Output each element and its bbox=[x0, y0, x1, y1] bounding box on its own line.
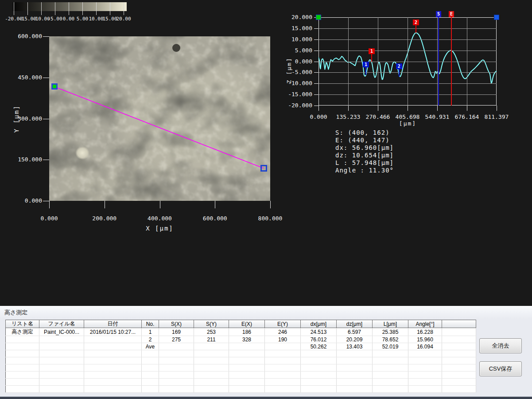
table-cell bbox=[337, 386, 373, 393]
cursor-line-s[interactable] bbox=[438, 17, 439, 106]
column-header[interactable]: Angle[°] bbox=[408, 320, 442, 328]
column-header[interactable]: 日付 bbox=[84, 320, 142, 328]
table-cell bbox=[265, 386, 301, 393]
table-cell bbox=[84, 350, 142, 357]
measure-flag-1[interactable]: 1 bbox=[369, 48, 375, 54]
table-cell bbox=[159, 343, 194, 350]
save-csv-button[interactable]: CSV保存 bbox=[479, 361, 522, 376]
table-cell bbox=[194, 386, 229, 393]
measure-flag-stem bbox=[399, 69, 400, 77]
chart-end-marker[interactable] bbox=[494, 15, 499, 20]
table-cell: 50.262 bbox=[301, 343, 337, 350]
column-header[interactable]: ファイル名 bbox=[39, 320, 84, 328]
clear-all-button[interactable]: 全消去 bbox=[479, 338, 522, 353]
image-x-tick-label: 200.000 bbox=[85, 215, 124, 222]
table-cell bbox=[84, 357, 142, 364]
colorbar-tick bbox=[55, 2, 55, 15]
column-header[interactable]: dx[μm] bbox=[301, 320, 337, 328]
readout-dz: dz: 10.654[μm] bbox=[335, 152, 394, 159]
table-cell: 275 bbox=[159, 336, 194, 343]
table-cell bbox=[301, 372, 337, 379]
table-cell bbox=[337, 350, 373, 357]
table-cell bbox=[142, 350, 159, 357]
table-cell bbox=[194, 357, 229, 364]
column-header[interactable]: E(Y) bbox=[265, 320, 301, 328]
column-header[interactable] bbox=[442, 320, 476, 328]
chart-gridline-h bbox=[318, 39, 497, 40]
table-cell: 186 bbox=[229, 328, 265, 336]
table-cell bbox=[229, 386, 265, 393]
table-cell bbox=[194, 379, 229, 386]
column-header[interactable]: S(X) bbox=[159, 320, 194, 328]
table-cell bbox=[265, 379, 301, 386]
table-cell bbox=[84, 336, 142, 343]
table-row[interactable]: 高さ測定Paint_IC-000...2016/01/15 10:27...11… bbox=[6, 328, 476, 336]
chart-gridline-h bbox=[318, 94, 497, 95]
colorbar-tick bbox=[96, 2, 97, 15]
table-row[interactable] bbox=[6, 350, 476, 357]
column-header[interactable]: E(X) bbox=[229, 320, 265, 328]
chart-x-tick bbox=[467, 106, 467, 111]
cursor-line-e[interactable] bbox=[451, 17, 452, 106]
table-row[interactable] bbox=[6, 379, 476, 386]
table-row[interactable] bbox=[6, 357, 476, 364]
column-header[interactable]: L[μm] bbox=[373, 320, 408, 328]
chart-start-marker[interactable] bbox=[316, 15, 321, 20]
table-row[interactable] bbox=[6, 372, 476, 379]
measurement-line-overlay bbox=[49, 36, 270, 201]
table-cell bbox=[142, 386, 159, 393]
column-header[interactable]: dz[μm] bbox=[337, 320, 373, 328]
column-header[interactable]: リスト名 bbox=[6, 320, 39, 328]
line-end-marker[interactable] bbox=[260, 165, 267, 172]
image-x-tick bbox=[270, 201, 271, 208]
table-cell bbox=[337, 379, 373, 386]
line-start-marker[interactable] bbox=[51, 83, 58, 90]
image-y-tick bbox=[43, 78, 49, 78]
chart-x-tick bbox=[497, 106, 497, 111]
chart-y-tick-label: 0.000 bbox=[277, 58, 312, 65]
chart-y-tick-label: -20.000 bbox=[277, 102, 312, 109]
table-cell bbox=[408, 350, 442, 357]
table-row[interactable]: 227521132819076.01220.20978.65215.960 bbox=[6, 336, 476, 343]
table-cell: 76.012 bbox=[301, 336, 337, 343]
table-cell bbox=[142, 364, 159, 372]
chart-x-tick bbox=[437, 106, 438, 111]
table-cell bbox=[373, 364, 408, 372]
column-header[interactable]: S(Y) bbox=[194, 320, 229, 328]
table-row[interactable]: Ave50.26213.40352.01916.094 bbox=[6, 343, 476, 350]
measure-flag-2[interactable]: 2 bbox=[413, 20, 419, 25]
table-cell bbox=[373, 386, 408, 393]
measurement-panel: 高さ測定 リスト名ファイル名日付No.S(X)S(Y)E(X)E(Y)dx[μm… bbox=[0, 306, 532, 399]
measurement-readout: S: (400, 162) E: (440, 147) dx: 56.960[μ… bbox=[335, 129, 394, 174]
table-cell bbox=[229, 364, 265, 372]
table-cell bbox=[84, 372, 142, 379]
chart-y-tick-label: -10.000 bbox=[277, 80, 312, 86]
table-cell bbox=[6, 357, 39, 364]
table-row[interactable] bbox=[6, 364, 476, 372]
table-cell bbox=[442, 357, 476, 364]
chart-y-tick-label: 15.000 bbox=[277, 25, 312, 31]
table-cell bbox=[39, 386, 84, 393]
table-cell: 253 bbox=[194, 328, 229, 336]
column-header[interactable]: No. bbox=[142, 320, 159, 328]
chart-gridline-h bbox=[318, 51, 497, 51]
table-cell bbox=[229, 357, 265, 364]
table-cell: 169 bbox=[159, 328, 194, 336]
measure-flag-1[interactable]: 1 bbox=[363, 62, 369, 67]
readout-s: S: (400, 162) bbox=[335, 129, 394, 137]
image-y-tick-label: 300.000 bbox=[6, 115, 42, 122]
cursor-flag-s[interactable]: S bbox=[436, 11, 441, 17]
table-cell bbox=[159, 386, 194, 393]
table-row[interactable] bbox=[6, 386, 476, 393]
measure-flag-2[interactable]: 2 bbox=[396, 63, 402, 69]
table-cell: 13.403 bbox=[337, 343, 373, 350]
image-x-tick-label: 400.000 bbox=[140, 215, 180, 222]
table-cell bbox=[39, 372, 84, 379]
table-cell: 328 bbox=[229, 336, 265, 343]
table-cell bbox=[159, 379, 194, 386]
colorbar-tick bbox=[41, 2, 42, 15]
table-cell bbox=[373, 379, 408, 386]
table-cell: 2 bbox=[142, 336, 159, 343]
cursor-flag-e[interactable]: E bbox=[449, 11, 454, 17]
table-cell bbox=[159, 357, 194, 364]
